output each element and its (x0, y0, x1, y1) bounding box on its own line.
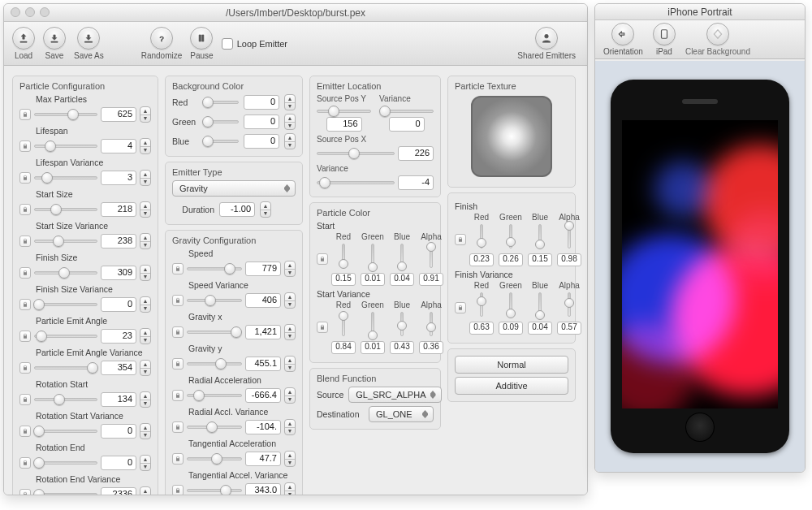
grav-speed_var-lock[interactable] (172, 295, 184, 306)
bg-red-stepper[interactable]: ▲▼ (284, 94, 296, 110)
ipad-button[interactable]: iPad (653, 23, 676, 56)
start_size_var-slider[interactable] (34, 236, 97, 247)
max_particles-slider[interactable] (34, 109, 97, 120)
blend-source-select[interactable]: GL_SRC_ALPHA (348, 387, 441, 403)
rot_end-stepper[interactable]: ▲▼ (140, 455, 151, 471)
grav-gy-stepper[interactable]: ▲▼ (284, 356, 296, 372)
source-pos-y-var-slider[interactable] (379, 106, 434, 117)
color-green-slider[interactable] (371, 312, 374, 336)
color-alpha-slider[interactable] (430, 312, 433, 336)
color-alpha-slider[interactable] (430, 244, 433, 268)
rot_start_var-lock[interactable] (19, 426, 31, 437)
bg-blue-stepper[interactable]: ▲▼ (284, 133, 296, 149)
finish_size-input[interactable]: 309 (101, 266, 136, 280)
grav-speed-stepper[interactable]: ▲▼ (284, 261, 296, 277)
grav-speed-lock[interactable] (172, 263, 184, 274)
bg-green-slider[interactable] (205, 116, 239, 128)
emit_angle_var-lock[interactable] (19, 362, 31, 374)
emit_angle_var-input[interactable]: 354 (101, 361, 136, 375)
grav-tang_var-lock[interactable] (172, 485, 184, 495)
lifespan_var-slider[interactable] (34, 172, 97, 184)
color-red-slider[interactable] (480, 224, 483, 249)
color-blue-input[interactable]: 0.04 (528, 322, 552, 335)
rot_start-input[interactable]: 134 (101, 392, 136, 407)
start_size-slider[interactable] (34, 204, 97, 215)
minimize-icon[interactable] (25, 7, 35, 17)
loop-emitter-checkbox[interactable]: Loop Emitter (222, 38, 287, 50)
max_particles-input[interactable]: 625 (101, 107, 136, 122)
start-var-color-lock[interactable] (317, 322, 328, 333)
randomize-button[interactable]: ? Randomize (141, 27, 183, 60)
color-green-slider[interactable] (509, 224, 512, 249)
rot_end-input[interactable]: 0 (101, 456, 136, 470)
rot_end_var-stepper[interactable]: ▲▼ (140, 486, 151, 495)
finish_size_var-stepper[interactable]: ▲▼ (140, 296, 151, 313)
start_size-input[interactable]: 218 (101, 202, 136, 217)
color-blue-input[interactable]: 0.43 (390, 341, 414, 354)
finish_size_var-input[interactable]: 0 (101, 297, 136, 312)
bg-blue-slider[interactable] (205, 136, 239, 147)
finish_size-stepper[interactable]: ▲▼ (140, 265, 151, 281)
start_size-stepper[interactable]: ▲▼ (140, 201, 151, 218)
color-green-slider[interactable] (371, 244, 374, 268)
save-as-button[interactable]: Save As (74, 27, 104, 60)
emit_angle-input[interactable]: 23 (101, 329, 136, 344)
rot_end_var-slider[interactable] (34, 489, 97, 495)
save-button[interactable]: Save (43, 27, 66, 60)
lifespan_var-input[interactable]: 3 (101, 171, 136, 185)
max_particles-lock[interactable] (19, 109, 31, 120)
grav-tang-lock[interactable] (172, 453, 184, 465)
duration-stepper[interactable]: ▲▼ (260, 201, 271, 218)
bg-green-input[interactable]: 0 (244, 115, 279, 129)
grav-tang_var-input[interactable]: 343.0 (245, 483, 281, 495)
shared-emitters-button[interactable]: Shared Emitters (517, 27, 576, 60)
color-blue-slider[interactable] (538, 224, 542, 249)
duration-input[interactable]: -1.00 (219, 202, 255, 217)
color-red-slider[interactable] (342, 244, 345, 268)
source-pos-y-slider[interactable] (317, 106, 371, 117)
pause-button[interactable]: Pause (190, 27, 213, 60)
zoom-icon[interactable] (40, 7, 50, 17)
grav-tang-stepper[interactable]: ▲▼ (284, 451, 296, 467)
start_size_var-stepper[interactable]: ▲▼ (140, 233, 151, 249)
blend-additive-button[interactable]: Additive (455, 377, 568, 395)
grav-gx-stepper[interactable]: ▲▼ (284, 324, 296, 340)
orientation-button[interactable]: Orientation (603, 23, 643, 56)
finish_size_var-slider[interactable] (34, 299, 97, 310)
rot_end-lock[interactable] (19, 457, 31, 469)
color-blue-input[interactable]: 0.04 (390, 273, 414, 286)
color-alpha-input[interactable]: 0.36 (419, 341, 443, 354)
bg-blue-input[interactable]: 0 (244, 134, 279, 149)
finish_size-slider[interactable] (34, 267, 97, 279)
color-red-input[interactable]: 0.84 (331, 341, 356, 354)
clear-background-button[interactable]: Clear Background (685, 23, 750, 56)
source-pos-y-var-input[interactable]: 0 (389, 117, 425, 132)
grav-radial_var-stepper[interactable]: ▲▼ (284, 419, 296, 435)
color-red-slider[interactable] (480, 292, 483, 317)
finish_size_var-lock[interactable] (19, 299, 31, 310)
rot_start-stepper[interactable]: ▲▼ (140, 391, 151, 408)
source-pos-x-var-input[interactable]: -4 (398, 175, 434, 190)
color-green-input[interactable]: 0.01 (361, 273, 385, 286)
grav-radial-input[interactable]: -666.4 (245, 388, 281, 403)
rot_start_var-slider[interactable] (34, 426, 97, 437)
grav-gx-lock[interactable] (172, 326, 184, 338)
color-green-slider[interactable] (509, 292, 512, 317)
rot_start_var-input[interactable]: 0 (101, 424, 136, 439)
grav-radial_var-input[interactable]: -104. (245, 420, 281, 434)
rot_start-lock[interactable] (19, 394, 31, 405)
grav-radial-slider[interactable] (187, 390, 242, 401)
grav-speed_var-input[interactable]: 406 (245, 293, 281, 308)
source-pos-x-input[interactable]: 226 (398, 146, 434, 161)
grav-gy-lock[interactable] (172, 358, 184, 370)
start_size_var-lock[interactable] (19, 236, 31, 247)
color-red-input[interactable]: 0.23 (469, 253, 494, 266)
color-alpha-slider[interactable] (568, 224, 571, 249)
grav-gx-slider[interactable] (187, 326, 242, 338)
close-icon[interactable] (11, 7, 20, 17)
grav-radial_var-lock[interactable] (172, 421, 184, 433)
color-blue-input[interactable]: 0.15 (528, 253, 552, 266)
rot_end-slider[interactable] (34, 457, 97, 469)
color-red-slider[interactable] (342, 312, 345, 336)
finish-color-lock[interactable] (455, 234, 466, 245)
